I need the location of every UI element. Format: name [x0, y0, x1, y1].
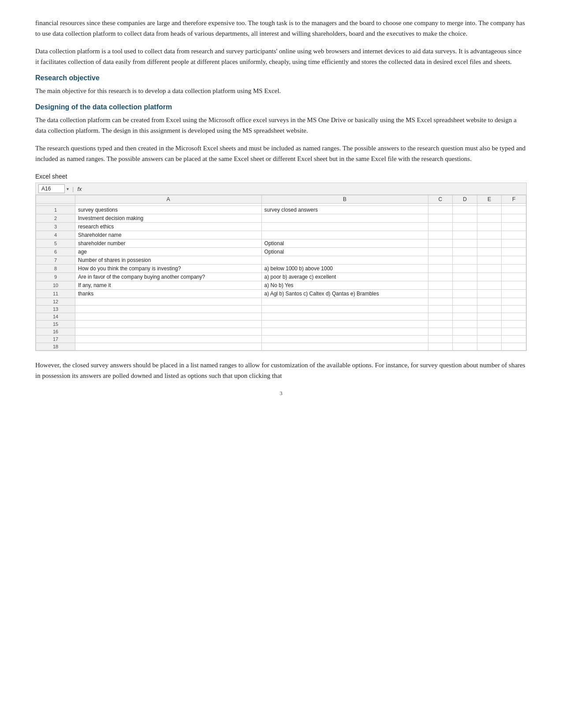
- cell-9-f[interactable]: [502, 273, 526, 281]
- cell-4-d[interactable]: [453, 231, 477, 239]
- cell-5-d[interactable]: [453, 239, 477, 248]
- cell-9-e[interactable]: [477, 273, 502, 281]
- cell-12-b[interactable]: [261, 298, 428, 306]
- cell-10-c[interactable]: [428, 281, 453, 290]
- cell-10-d[interactable]: [453, 281, 477, 290]
- cell-16-e[interactable]: [477, 328, 502, 336]
- cell-4-a[interactable]: Shareholder name: [75, 231, 262, 239]
- cell-1-c[interactable]: [428, 206, 453, 214]
- cell-2-d[interactable]: [453, 214, 477, 223]
- cell-18-d[interactable]: [453, 343, 477, 351]
- cell-4-f[interactable]: [502, 231, 526, 239]
- cell-5-e[interactable]: [477, 239, 502, 248]
- cell-11-f[interactable]: [502, 290, 526, 298]
- cell-13-e[interactable]: [477, 306, 502, 313]
- cell-9-d[interactable]: [453, 273, 477, 281]
- cell-6-c[interactable]: [428, 248, 453, 256]
- cell-18-e[interactable]: [477, 343, 502, 351]
- cell-14-b[interactable]: [261, 313, 428, 321]
- cell-5-a[interactable]: shareholder number: [75, 239, 262, 248]
- cell-1-e[interactable]: [477, 206, 502, 214]
- cell-16-c[interactable]: [428, 328, 453, 336]
- cell-15-d[interactable]: [453, 321, 477, 328]
- cell-8-c[interactable]: [428, 265, 453, 273]
- cell-reference[interactable]: A16: [38, 184, 65, 193]
- cell-18-a[interactable]: [75, 343, 262, 351]
- cell-16-b[interactable]: [261, 328, 428, 336]
- cell-3-c[interactable]: [428, 223, 453, 231]
- cell-3-b[interactable]: [261, 223, 428, 231]
- cell-10-f[interactable]: [502, 281, 526, 290]
- cell-3-f[interactable]: [502, 223, 526, 231]
- cell-5-f[interactable]: [502, 239, 526, 248]
- cell-2-a[interactable]: Investment decision making: [75, 214, 262, 223]
- cell-14-f[interactable]: [502, 313, 526, 321]
- cell-17-b[interactable]: [261, 336, 428, 343]
- cell-17-c[interactable]: [428, 336, 453, 343]
- cell-9-b[interactable]: a) poor b) average c) excellent: [261, 273, 428, 281]
- cell-1-f[interactable]: [502, 206, 526, 214]
- cell-18-f[interactable]: [502, 343, 526, 351]
- cell-12-f[interactable]: [502, 298, 526, 306]
- cell-13-c[interactable]: [428, 306, 453, 313]
- cell-7-f[interactable]: [502, 256, 526, 265]
- cell-12-d[interactable]: [453, 298, 477, 306]
- cell-1-a[interactable]: survey questions: [75, 206, 262, 214]
- cell-16-d[interactable]: [453, 328, 477, 336]
- cell-8-a[interactable]: How do you think the company is investin…: [75, 265, 262, 273]
- cell-9-c[interactable]: [428, 273, 453, 281]
- cell-15-a[interactable]: [75, 321, 262, 328]
- cell-14-e[interactable]: [477, 313, 502, 321]
- cell-10-a[interactable]: If any, name it: [75, 281, 262, 290]
- cell-2-c[interactable]: [428, 214, 453, 223]
- cell-10-b[interactable]: a) No b) Yes: [261, 281, 428, 290]
- cell-8-f[interactable]: [502, 265, 526, 273]
- cell-18-c[interactable]: [428, 343, 453, 351]
- cell-14-c[interactable]: [428, 313, 453, 321]
- cell-16-a[interactable]: [75, 328, 262, 336]
- cell-8-b[interactable]: a) below 1000 b) above 1000: [261, 265, 428, 273]
- cell-18-b[interactable]: [261, 343, 428, 351]
- cell-15-c[interactable]: [428, 321, 453, 328]
- cell-12-e[interactable]: [477, 298, 502, 306]
- cell-5-b[interactable]: Optional: [261, 239, 428, 248]
- cell-2-f[interactable]: [502, 214, 526, 223]
- cell-17-d[interactable]: [453, 336, 477, 343]
- cell-15-b[interactable]: [261, 321, 428, 328]
- cell-11-b[interactable]: a) Agl b) Santos c) Caltex d) Qantas e) …: [261, 290, 428, 298]
- cell-12-a[interactable]: [75, 298, 262, 306]
- cell-4-b[interactable]: [261, 231, 428, 239]
- cell-6-d[interactable]: [453, 248, 477, 256]
- cell-13-a[interactable]: [75, 306, 262, 313]
- cell-7-e[interactable]: [477, 256, 502, 265]
- cell-2-e[interactable]: [477, 214, 502, 223]
- cell-6-a[interactable]: age: [75, 248, 262, 256]
- cell-15-e[interactable]: [477, 321, 502, 328]
- cell-13-d[interactable]: [453, 306, 477, 313]
- cell-14-d[interactable]: [453, 313, 477, 321]
- cell-17-f[interactable]: [502, 336, 526, 343]
- cell-8-d[interactable]: [453, 265, 477, 273]
- cell-15-f[interactable]: [502, 321, 526, 328]
- cell-6-f[interactable]: [502, 248, 526, 256]
- cell-9-a[interactable]: Are in favor of the company buying anoth…: [75, 273, 262, 281]
- cell-3-a[interactable]: research ethics: [75, 223, 262, 231]
- cell-8-e[interactable]: [477, 265, 502, 273]
- cell-10-e[interactable]: [477, 281, 502, 290]
- cell-3-d[interactable]: [453, 223, 477, 231]
- cell-13-b[interactable]: [261, 306, 428, 313]
- cell-11-a[interactable]: thanks: [75, 290, 262, 298]
- cell-17-e[interactable]: [477, 336, 502, 343]
- cell-7-c[interactable]: [428, 256, 453, 265]
- cell-1-b[interactable]: survey closed answers: [261, 206, 428, 214]
- cell-7-b[interactable]: [261, 256, 428, 265]
- cell-5-c[interactable]: [428, 239, 453, 248]
- cell-16-f[interactable]: [502, 328, 526, 336]
- cell-17-a[interactable]: [75, 336, 262, 343]
- cell-13-f[interactable]: [502, 306, 526, 313]
- cell-7-d[interactable]: [453, 256, 477, 265]
- cell-1-d[interactable]: [453, 206, 477, 214]
- cell-3-e[interactable]: [477, 223, 502, 231]
- cell-2-b[interactable]: [261, 214, 428, 223]
- cell-11-c[interactable]: [428, 290, 453, 298]
